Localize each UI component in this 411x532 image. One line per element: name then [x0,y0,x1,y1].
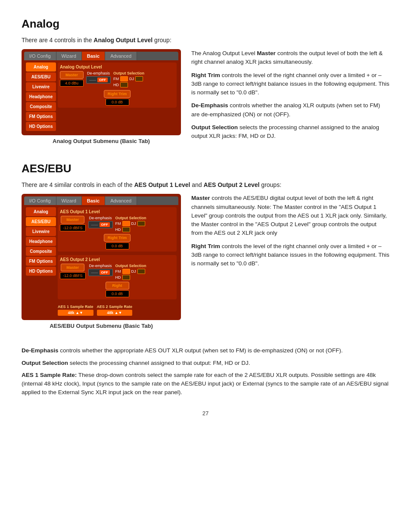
aes-g1-master-display[interactable]: Master [61,216,84,224]
aes-g2-hd-box[interactable] [122,275,130,280]
analog-de-off[interactable]: OFF [97,78,108,82]
analog-section: Analog There are 4 controls in the Analo… [22,17,389,145]
aes-tab-wizard[interactable]: Wizard [56,196,82,205]
aes2-sr-select[interactable]: 48k ▲▼ [97,310,133,316]
analog-right-trim-box: Right Trim 0.0 dB [60,90,174,106]
aes-g1-de-off[interactable]: OFF [100,222,110,227]
sidebar-livewire[interactable]: Livewire [26,82,56,91]
aes-sidebar-analog[interactable]: Analog [26,207,56,216]
aes1-sr-box: AES 1 Sample Rate 48k ▲▼ [58,305,93,316]
aes-g1-dj-box[interactable] [137,221,145,226]
aesebu-description-col: Master controls the AES/EBU digital outp… [191,194,389,329]
aes-g1-de-box: De-emphasis —— OFF [88,216,113,228]
aesebu-section: AES/EBU There are 4 similar controls in … [22,162,389,329]
aes-group1-title: AES Output 1 Level [60,209,174,214]
aes1-sr-label: AES 1 Sample Rate [58,305,93,309]
analog-dj-label: DJ [129,77,134,81]
aesebu-intro: There are 4 similar controls in each of … [22,180,389,190]
aesebu-desc-1: Right Trim controls the level of the rig… [191,242,389,268]
aes1-sr-select[interactable]: 48k ▲▼ [58,310,93,316]
analog-ui-content: Analog AES/EBU Livewire Headphone Compos… [24,61,178,133]
aes-g1-de-label: De-emphasis [89,216,112,220]
analog-fm-label: FM [113,77,119,81]
aesebu-desc-0: Master controls the AES/EBU digital outp… [191,194,389,237]
aes-sidebar-hdoptions[interactable]: HD Options [26,267,56,276]
sidebar-fmoptions[interactable]: FM Options [26,112,56,121]
analog-group-title: Analog Output Level [60,65,174,69]
analog-dj-box[interactable] [135,76,143,81]
aes-g1-de-display: —— OFF [88,221,113,228]
aes-g1-right-trim-value: 0.0 dB [106,243,129,249]
aes-g2-right-display[interactable]: Right [106,282,129,289]
aesebu-heading: AES/EBU [22,162,389,175]
aes-tab-advanced[interactable]: Advanced [105,196,137,205]
aes-g1-right-trim-display[interactable]: Right Trim [104,234,131,242]
analog-de-display: —— OFF [86,76,111,84]
aes-sidebar-composite[interactable]: Composite [26,247,56,256]
aes-sidebar-headphone[interactable]: Headphone [26,237,56,246]
analog-caption: Analog Output Submenu (Basic Tab) [22,138,181,144]
analog-right-trim-value: 0.0 dB [106,99,129,106]
analog-level-group: Analog Output Level Master 4.0 dBu De-em… [58,62,177,108]
analog-fm-box[interactable] [120,76,128,81]
aes-g1-fm-box[interactable] [122,221,130,226]
aes-g1-hd-row: HD [115,227,130,232]
sidebar-headphone[interactable]: Headphone [26,92,56,101]
aes2-sr-box: AES 2 Sample Rate 48k ▲▼ [97,305,133,316]
aes-level-group1: AES Output 1 Level Master -12.0 dBFS De-… [58,207,177,252]
aes-group2-title: AES Output 2 Level [60,257,174,262]
aesebu-sidebar: Analog AES/EBU Livewire Headphone Compos… [26,207,56,316]
sidebar-aesebu[interactable]: AES/EBU [26,72,56,81]
aes-g2-output-sel: Output Selection FM DJ HD [115,264,146,280]
aes-sample-rate-row: AES 1 Sample Rate 48k ▲▼ AES 2 Sample Ra… [58,305,177,316]
analog-heading: Analog [22,17,389,31]
aes-g1-right-trim-box: Right Trim 0.0 dB [60,234,174,249]
aes-tab-io[interactable]: I/O Config [24,196,56,205]
aes-sidebar-fmoptions[interactable]: FM Options [26,257,56,266]
aes-group1-controls: Master -12.0 dBFS De-emphasis —— OFF [60,216,174,232]
analog-ui-bg: I/O Config Wizard Basic Advanced Analog … [22,49,181,135]
analog-fm-row: FM DJ [113,76,143,81]
analog-hd-box[interactable] [120,82,128,87]
page-number: 27 [22,410,389,417]
bottom-p0: De-Emphasis controls whether the appropr… [22,346,389,355]
aes-sidebar-livewire[interactable]: Livewire [26,227,56,236]
analog-output-sel-title: Output Selection [113,71,144,75]
tab-io-config[interactable]: I/O Config [24,52,56,60]
analog-description-col: The Analog Output Level Master controls … [191,49,389,145]
sidebar-hdoptions[interactable]: HD Options [26,122,56,131]
analog-controls-row: Master 4.0 dBu De-emphasis —— OFF [60,71,174,87]
analog-de-emphasis-box: De-emphasis —— OFF [86,71,111,84]
aesebu-tab-bar: I/O Config Wizard Basic Advanced [24,196,178,205]
aesebu-ui-bg: I/O Config Wizard Basic Advanced Analog … [22,194,181,320]
tab-advanced[interactable]: Advanced [105,52,137,60]
aes-level-group2: AES Output 2 Level Master -12.0 dBFS De-… [58,255,177,299]
aesebu-main-area: AES Output 1 Level Master -12.0 dBFS De-… [58,207,177,316]
analog-master-display[interactable]: Master [60,71,84,79]
analog-intro: There are 4 controls in the Analog Outpu… [22,36,389,45]
aes-sidebar-aesebu[interactable]: AES/EBU [26,217,56,226]
analog-intro-end: group: [154,37,171,44]
aes-g2-fm-row: FM DJ [115,269,145,274]
analog-tab-bar: I/O Config Wizard Basic Advanced [24,52,178,60]
analog-hd-label: HD [113,83,119,87]
aes-g1-output-sel: Output Selection FM DJ HD [115,216,146,232]
sidebar-composite[interactable]: Composite [26,102,56,111]
bottom-p2: AES 1 Sample Rate: These drop-down contr… [22,371,389,397]
sidebar-analog[interactable]: Analog [26,62,56,72]
aes-g2-de-off[interactable]: OFF [100,270,110,275]
aes-g2-master-display[interactable]: Master [61,264,84,271]
aes-g2-dj-box[interactable] [137,269,145,274]
tab-basic[interactable]: Basic [82,52,105,60]
analog-sidebar: Analog AES/EBU Livewire Headphone Compos… [26,62,56,131]
analog-output-sel: Output Selection FM DJ HD [113,71,144,87]
analog-right-trim-display[interactable]: Right Trim [104,90,131,98]
aesebu-two-col: I/O Config Wizard Basic Advanced Analog … [22,194,389,329]
aes-g2-master-box: Master -12.0 dBFS [60,264,86,279]
analog-two-col: I/O Config Wizard Basic Advanced Analog … [22,49,389,145]
analog-intro-text: There are 4 controls in the [22,37,93,44]
aes-g2-fm-box[interactable] [122,269,130,274]
aes-tab-basic[interactable]: Basic [82,196,105,205]
aes-g1-hd-box[interactable] [122,227,130,232]
tab-wizard[interactable]: Wizard [56,52,82,60]
